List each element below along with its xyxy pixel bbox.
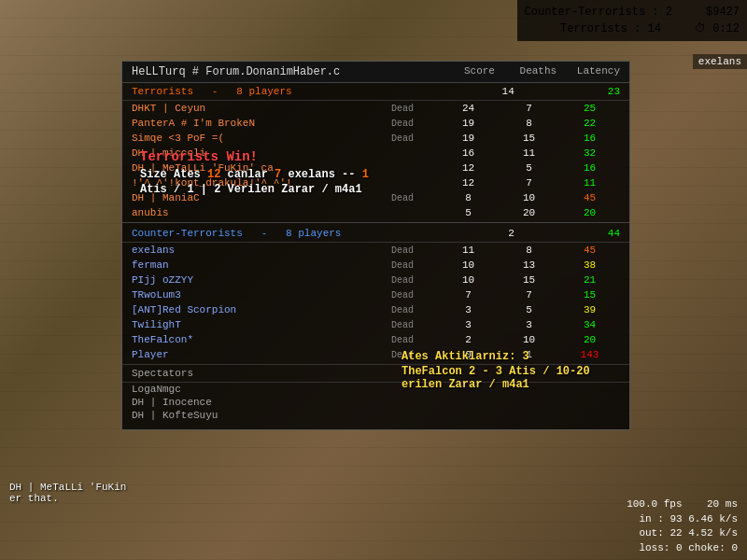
ct-score: 2	[508, 228, 514, 239]
player-name: DH | miccoli	[132, 147, 391, 159]
player-latency: 11	[559, 177, 620, 189]
player-name: exelans	[132, 245, 391, 256]
player-name: ferman	[132, 259, 391, 271]
player-name: TheFalcon*	[132, 334, 391, 345]
ct-label: Counter-Terrorists	[132, 228, 243, 239]
player-status: Dead	[391, 320, 438, 330]
bottom-right-stats: 100.0 fps 20 ms in : 93 6.46 k/s out: 22…	[627, 497, 738, 555]
terrorists-avg-latency: 23	[608, 86, 620, 97]
table-row: [ANT]Red Scorpion Dead 3 5 39	[122, 302, 629, 317]
terrorists-count: 8 players	[236, 86, 291, 97]
player-status: Dead	[391, 350, 438, 360]
table-row: TheFalcon* Dead 2 10 20	[122, 332, 629, 347]
player-name: !'^_^'!kont_drakula!'^_^'!	[132, 177, 391, 189]
table-row: DHKT | Ceyun Dead 24 7 25	[122, 101, 629, 116]
player-name: TwilighT	[132, 319, 391, 330]
player-deaths: 8	[499, 245, 559, 256]
player-score: 7	[438, 289, 499, 301]
table-row: ferman Dead 10 13 38	[122, 258, 629, 273]
player-deaths: 7	[499, 103, 559, 114]
player-score: 5	[438, 207, 499, 218]
player-deaths: 10	[499, 334, 559, 345]
player-latency: 15	[559, 289, 620, 301]
divider-1	[122, 222, 629, 223]
player-name: anubis	[132, 207, 391, 218]
terrorists-label: Terrorists	[132, 86, 193, 97]
ct-players-list: exelans Dead 11 8 45 ferman Dead 10 13 3…	[122, 243, 629, 362]
player-latency: 32	[559, 147, 620, 159]
player-deaths: 11	[499, 147, 559, 159]
latency-display: 20 ms	[707, 498, 738, 510]
player-score: 12	[438, 177, 499, 189]
player-deaths: 1	[499, 349, 559, 360]
player-score: 19	[438, 118, 499, 129]
player-score: 10	[438, 259, 499, 271]
player-latency: 16	[559, 162, 620, 174]
player-score: 19	[438, 133, 499, 144]
player-avatar: exelans	[693, 54, 747, 69]
player-status: Dead	[391, 193, 438, 203]
table-row: TRwoLum3 Dead 7 7 15	[122, 287, 629, 302]
player-latency: 16	[559, 133, 620, 144]
player-name: PIjj oZZYY	[132, 274, 391, 286]
player-latency: 21	[559, 274, 620, 286]
player-name: DH | ManiaC	[132, 192, 391, 203]
player-name: TRwoLum3	[132, 289, 391, 301]
timer-display: ⏱ 0:12	[695, 22, 740, 35]
player-status: Dead	[391, 335, 438, 345]
player-status: Dead	[391, 305, 438, 315]
spectators-list: LogaNmgcDH | InocenceDH | KofteSuyu	[122, 383, 629, 422]
bottom-left-info: DH | MeTaLLi 'FuKin er that.	[9, 482, 126, 504]
list-item: LogaNmgc	[122, 383, 629, 396]
player-latency: 25	[559, 103, 620, 114]
terrorists-score: 14	[502, 86, 514, 97]
table-row: Player Dead 0 1 143	[122, 347, 629, 362]
player-name: Simqe <3 PoF =(	[132, 133, 391, 144]
table-row: DH | MeTaLLi 'FuKin' ca 12 5 16	[122, 161, 629, 175]
player-deaths: 3	[499, 319, 559, 330]
scoreboard-title: HeLLTurq # Forum.DonanimHaber.c Score De…	[122, 62, 629, 83]
player-deaths: 15	[499, 133, 559, 144]
table-row: exelans Dead 11 8 45	[122, 243, 629, 258]
player-name: Player	[132, 349, 391, 360]
player-score: 12	[438, 162, 499, 174]
hud-top: Counter-Terrorists : 2 $9427 Terrorists …	[517, 0, 747, 41]
terrorists-header: Terrorists - 8 players 14 23	[122, 83, 629, 101]
player-name: DHKT | Ceyun	[132, 103, 391, 114]
player-name: DH | MeTaLLi 'FuKin' ca	[132, 162, 391, 174]
ct-count: 8 players	[286, 228, 341, 239]
table-row: Simqe <3 PoF =( Dead 19 15 16	[122, 131, 629, 146]
player-score: 2	[438, 334, 499, 345]
player-latency: 38	[559, 259, 620, 271]
table-row: !'^_^'!kont_drakula!'^_^'! 12 7 11	[122, 175, 629, 190]
bottom-left-line1: DH | MeTaLLi 'FuKin	[9, 482, 126, 493]
player-deaths: 8	[499, 118, 559, 129]
player-status: Dead	[391, 119, 438, 129]
player-latency: 39	[559, 304, 620, 315]
ct-score-label: Counter-Terrorists : 2	[525, 6, 672, 19]
player-latency: 143	[559, 349, 620, 360]
player-status: Dead	[391, 260, 438, 271]
player-score: 3	[438, 319, 499, 330]
ct-header: Counter-Terrorists - 8 players 2 44	[122, 225, 629, 243]
player-score: 16	[438, 147, 499, 159]
scoreboard-panel: HeLLTurq # Forum.DonanimHaber.c Score De…	[121, 61, 630, 430]
player-score: 3	[438, 304, 499, 315]
player-score: 8	[438, 192, 499, 203]
player-status: Dead	[391, 245, 438, 256]
player-deaths: 20	[499, 207, 559, 218]
player-deaths: 10	[499, 192, 559, 203]
out-rate: out: 22 4.52 k/s	[627, 526, 738, 540]
table-row: PanterA # I'm BrokeN Dead 19 8 22	[122, 116, 629, 131]
list-item: DH | KofteSuyu	[122, 409, 629, 422]
t-score-label: Terrorists : 14	[560, 22, 661, 35]
player-deaths: 7	[499, 177, 559, 189]
player-latency: 22	[559, 118, 620, 129]
money-display: $9427	[706, 6, 740, 19]
in-rate: in : 93 6.46 k/s	[627, 512, 738, 526]
list-item: DH | Inocence	[122, 396, 629, 409]
fps-display: 100.0 fps	[627, 498, 682, 510]
player-deaths: 7	[499, 289, 559, 301]
player-status: Dead	[391, 133, 438, 144]
terrorists-players-list: DHKT | Ceyun Dead 24 7 25 PanterA # I'm …	[122, 101, 629, 220]
